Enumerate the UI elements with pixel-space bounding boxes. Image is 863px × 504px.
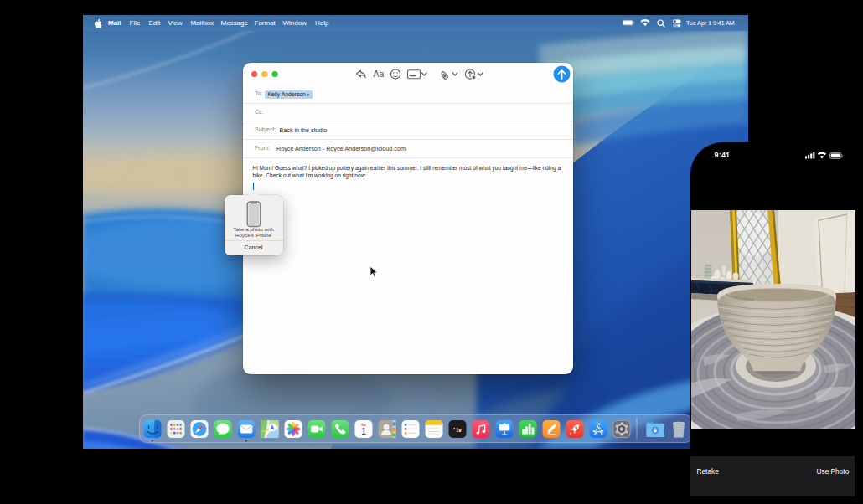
svg-text:1: 1 [361,426,366,436]
svg-text:tv: tv [457,427,462,433]
svg-text:Aa: Aa [373,69,384,79]
